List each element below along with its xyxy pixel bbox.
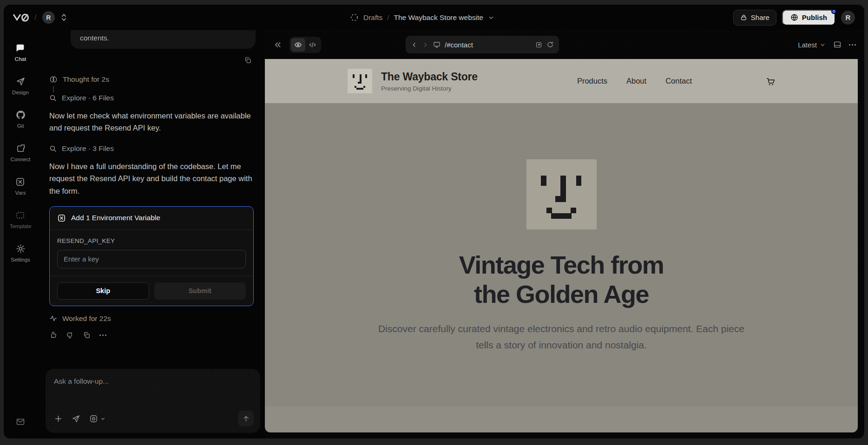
preview-url[interactable]: /#contact <box>445 41 531 49</box>
preview-more-icon[interactable] <box>849 44 856 46</box>
submit-button[interactable]: Submit <box>154 282 246 300</box>
scope-selector[interactable] <box>89 414 105 423</box>
site-logo[interactable] <box>348 69 372 93</box>
lock-icon <box>740 14 747 21</box>
sidebar-label-vars: Vars <box>15 190 26 196</box>
layout-panel-icon[interactable] <box>833 40 842 49</box>
sidebar-item-git[interactable]: Git <box>16 110 26 129</box>
site-nav: Products About Contact <box>577 77 692 85</box>
preview-eye-toggle[interactable] <box>291 38 305 52</box>
skip-button[interactable]: Skip <box>57 282 149 300</box>
site-hero: Vintage Tech from the Golden Age Discove… <box>265 103 858 406</box>
open-external-icon[interactable] <box>535 41 542 48</box>
activity-pulse-icon <box>49 314 57 322</box>
sidebar-label-connect: Connect <box>11 157 31 162</box>
version-label: Latest <box>798 41 817 49</box>
project-avatar[interactable]: R <box>42 11 55 24</box>
assistant-paragraph-1: Now let me check what environment variab… <box>49 110 256 134</box>
sidebar-label-chat: Chat <box>15 56 26 62</box>
publish-button[interactable]: Publish <box>782 10 835 26</box>
v0-logo[interactable] <box>13 13 29 22</box>
scope-icon <box>89 414 98 423</box>
nav-back-icon[interactable] <box>411 41 418 48</box>
worked-row[interactable]: Worked for 22s <box>49 314 256 323</box>
env-var-name: RESEND_API_KEY <box>57 237 246 244</box>
sidebar-label-settings: Settings <box>11 257 30 262</box>
sidebar-label-template: Template <box>10 223 32 229</box>
topbar: / R Drafts / The Wayback Store website <box>4 5 864 30</box>
breadcrumb: Drafts / The Wayback Store website <box>350 5 494 30</box>
site-subtitle: Preserving Digital History <box>381 85 478 92</box>
search-icon <box>49 94 57 102</box>
preview-site: The Wayback Store Preserving Digital His… <box>265 59 858 432</box>
logo-separator: / <box>34 13 37 22</box>
env-key-input[interactable] <box>57 250 246 268</box>
sidebar-label-design: Design <box>12 90 29 95</box>
chevron-down-icon[interactable] <box>488 14 494 21</box>
globe-icon <box>790 13 798 21</box>
publish-update-badge <box>831 9 836 14</box>
code-icon <box>309 41 316 49</box>
worked-label: Worked for 22s <box>62 314 111 323</box>
eye-icon <box>294 41 302 49</box>
breadcrumb-drafts[interactable]: Drafts <box>363 13 382 22</box>
nav-forward-icon[interactable] <box>422 41 429 48</box>
breadcrumb-project-title[interactable]: The Wayback Store website <box>394 13 483 22</box>
thought-row[interactable]: Thought for 2s <box>49 75 256 84</box>
site-nav-products[interactable]: Products <box>577 77 607 85</box>
more-actions-icon[interactable] <box>99 334 106 336</box>
preview-toolbar-right: Latest <box>798 40 856 49</box>
cart-button[interactable] <box>765 76 776 86</box>
explore-row-2[interactable]: Explore · 3 Files <box>49 144 256 153</box>
user-avatar[interactable]: R <box>841 11 855 25</box>
thumbs-up-icon[interactable] <box>49 331 57 339</box>
sidebar-item-template[interactable]: Template <box>10 210 32 229</box>
vars-icon <box>15 177 25 187</box>
connect-icon <box>16 144 26 153</box>
sidebar-item-chat[interactable]: Chat <box>15 43 26 62</box>
design-icon <box>16 77 26 86</box>
composer[interactable] <box>46 369 260 433</box>
assistant-paragraph-2: Now I have a full understanding of the c… <box>49 160 256 197</box>
draft-status-icon <box>350 13 359 22</box>
sidebar-item-vars[interactable]: Vars <box>15 177 26 196</box>
chevron-down-icon <box>100 416 105 421</box>
followup-input[interactable] <box>54 377 252 386</box>
hero-title: Vintage Tech from the Golden Age <box>265 250 858 309</box>
site-nav-contact[interactable]: Contact <box>665 77 692 85</box>
explore-row-1[interactable]: Explore · 6 Files <box>49 94 256 102</box>
search-icon <box>49 145 57 152</box>
copy-message-icon[interactable] <box>244 56 252 64</box>
refresh-icon[interactable] <box>546 41 554 48</box>
sidebar-item-connect[interactable]: Connect <box>11 144 31 162</box>
user-message-bubble: contents. <box>71 30 256 49</box>
chat-panel: contents. Thought for 2s Explore · 6 Fil… <box>37 30 265 438</box>
project-switcher-icon[interactable] <box>60 13 67 21</box>
attach-plus-icon[interactable] <box>54 414 63 423</box>
version-selector[interactable]: Latest <box>798 41 826 49</box>
feedback-mail-button[interactable] <box>16 417 25 426</box>
cart-icon <box>765 76 776 86</box>
device-monitor-icon[interactable] <box>433 41 441 48</box>
app-window: / R Drafts / The Wayback Store website <box>4 5 864 438</box>
message-actions <box>49 331 256 339</box>
sidebar-item-settings[interactable]: Settings <box>11 244 30 262</box>
send-plane-icon[interactable] <box>72 414 80 423</box>
thumbs-down-icon[interactable] <box>66 331 74 339</box>
code-view-toggle[interactable] <box>305 38 320 52</box>
view-mode-toggle <box>289 37 321 53</box>
sidebar-item-design[interactable]: Design <box>12 77 29 95</box>
composer-send-button[interactable] <box>238 411 254 426</box>
env-variable-card: Add 1 Environment Variable RESEND_API_KE… <box>49 206 254 306</box>
site-header: The Wayback Store Preserving Digital His… <box>265 59 858 103</box>
collapse-panel-icon[interactable] <box>273 40 282 49</box>
preview-urlbar: /#contact <box>406 36 559 53</box>
explore-2-label: Explore · 3 Files <box>62 144 114 153</box>
topbar-right: Share Publish R <box>733 10 855 26</box>
preview-pane: /#contact Latest <box>265 30 864 438</box>
share-button[interactable]: Share <box>733 10 776 26</box>
github-icon <box>16 110 26 120</box>
copy-response-icon[interactable] <box>83 331 91 339</box>
site-nav-about[interactable]: About <box>626 77 646 85</box>
brain-icon <box>49 75 58 84</box>
